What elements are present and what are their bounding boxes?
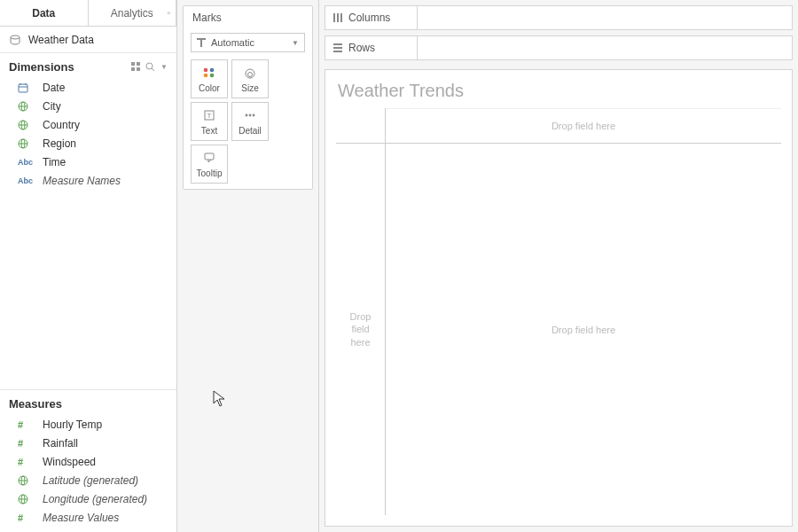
mark-type-dropdown[interactable]: Automatic ▼ xyxy=(191,33,305,52)
columns-shelf-drop[interactable] xyxy=(418,6,792,29)
rows-shelf-drop[interactable] xyxy=(418,36,792,59)
search-icon[interactable] xyxy=(145,62,155,72)
datasource-name: Weather Data xyxy=(28,34,94,46)
worksheet-area: Columns Rows Weather Trends Drop field h… xyxy=(319,0,798,532)
columns-icon xyxy=(332,12,343,23)
dimensions-list: DateCityCountryRegionAbcTimeAbcMeasure N… xyxy=(0,78,176,195)
marks-card: Marks Automatic ▼ ColorSizeTTextDetailTo… xyxy=(183,5,313,190)
measure-field-latitude-generated-[interactable]: Latitude (generated) xyxy=(0,471,176,489)
dimension-field-country[interactable]: Country xyxy=(0,115,176,134)
field-label: City xyxy=(43,100,61,113)
hash-icon: # xyxy=(18,419,34,430)
drop-columns-header[interactable]: Drop field here xyxy=(386,108,781,144)
svg-point-29 xyxy=(210,67,215,72)
tab-analytics-label: Analytics xyxy=(111,7,153,20)
svg-rect-7 xyxy=(19,84,27,92)
dimension-field-region[interactable]: Region xyxy=(0,134,176,153)
svg-text:T: T xyxy=(207,112,212,120)
sheet-title[interactable]: Weather Trends xyxy=(325,70,792,108)
dimension-field-date[interactable]: Date xyxy=(0,78,176,97)
svg-rect-45 xyxy=(333,51,342,52)
measure-field-longitude-generated-[interactable]: Longitude (generated) xyxy=(0,489,176,508)
svg-point-33 xyxy=(248,72,253,76)
datasource-icon xyxy=(9,34,21,46)
mark-size-button[interactable]: Size xyxy=(231,59,269,98)
field-label: Longitude (generated) xyxy=(43,493,147,505)
svg-rect-41 xyxy=(337,13,339,22)
measure-field-measure-values[interactable]: #Measure Values xyxy=(0,508,176,527)
rows-shelf[interactable]: Rows xyxy=(325,35,793,60)
chevron-down-icon: ▼ xyxy=(292,39,299,47)
field-label: Windspeed xyxy=(43,456,96,468)
measures-list: #Hourly Temp#Rainfall#WindspeedLatitude … xyxy=(0,415,176,532)
drop-hint-top: Drop field here xyxy=(552,121,615,131)
tooltip-icon xyxy=(203,151,215,165)
measure-field-hourly-temp[interactable]: #Hourly Temp xyxy=(0,415,176,434)
svg-rect-44 xyxy=(333,47,342,49)
mark-button-label: Detail xyxy=(239,126,262,136)
mark-detail-button[interactable]: Detail xyxy=(231,102,269,141)
chevron-down-icon[interactable]: ▼ xyxy=(160,63,168,71)
detail-icon xyxy=(244,108,256,122)
globe-icon xyxy=(18,494,34,505)
dimension-field-measure-names[interactable]: AbcMeasure Names xyxy=(0,171,176,190)
svg-rect-40 xyxy=(333,13,335,22)
drop-main-area[interactable]: Drop field here xyxy=(386,144,781,515)
tab-data-label: Data xyxy=(32,7,55,20)
side-tabs: Data Analytics ▫ xyxy=(0,0,176,27)
field-label: Time xyxy=(43,156,66,168)
mark-button-label: Text xyxy=(201,126,217,136)
svg-rect-43 xyxy=(333,43,342,45)
viz-canvas[interactable]: Weather Trends Drop field here Dropfield… xyxy=(325,69,793,527)
abc-icon: Abc xyxy=(18,158,34,167)
view-grid-icon[interactable] xyxy=(131,62,140,71)
datasource-row[interactable]: Weather Data xyxy=(0,27,176,53)
svg-point-5 xyxy=(146,63,153,69)
tab-analytics[interactable]: Analytics ▫ xyxy=(89,0,177,26)
dimensions-header: Dimensions ▼ xyxy=(0,53,176,78)
mark-button-label: Tooltip xyxy=(197,168,223,178)
field-label: Hourly Temp xyxy=(43,419,102,431)
mark-color-button[interactable]: Color xyxy=(191,59,228,98)
field-label: Region xyxy=(43,137,76,150)
svg-rect-3 xyxy=(131,67,135,71)
mark-tooltip-button[interactable]: Tooltip xyxy=(191,145,228,184)
grid-corner xyxy=(336,108,386,144)
mark-button-label: Size xyxy=(241,83,258,93)
svg-rect-27 xyxy=(200,38,202,47)
globe-icon xyxy=(18,475,34,486)
svg-point-36 xyxy=(246,113,248,116)
svg-rect-2 xyxy=(137,62,140,66)
hash-icon: # xyxy=(18,512,34,523)
columns-shelf[interactable]: Columns xyxy=(325,5,793,30)
mark-type-label: Automatic xyxy=(211,37,254,48)
columns-shelf-label: Columns xyxy=(348,12,390,24)
svg-point-37 xyxy=(249,113,252,116)
dimension-field-time[interactable]: AbcTime xyxy=(0,153,176,171)
svg-rect-1 xyxy=(131,62,135,66)
measure-field-rainfall[interactable]: #Rainfall xyxy=(0,434,176,452)
field-label: Date xyxy=(43,82,65,94)
abc-icon: Abc xyxy=(18,176,34,185)
color-icon xyxy=(202,66,216,80)
hash-icon: # xyxy=(18,438,34,449)
svg-point-38 xyxy=(253,113,255,116)
cards-column: Marks Automatic ▼ ColorSizeTTextDetailTo… xyxy=(177,0,319,532)
field-label: Measure Names xyxy=(43,175,121,187)
measures-header-label: Measures xyxy=(9,397,62,411)
globe-icon xyxy=(18,120,34,130)
dimension-field-city[interactable]: City xyxy=(0,97,176,115)
svg-rect-4 xyxy=(137,67,140,71)
drop-rows-header[interactable]: Dropfieldhere xyxy=(336,144,386,515)
tab-data[interactable]: Data xyxy=(0,0,89,26)
globe-icon xyxy=(18,138,34,149)
field-label: Country xyxy=(43,119,80,131)
globe-icon xyxy=(18,101,34,112)
svg-point-30 xyxy=(204,73,208,77)
field-label: Measure Values xyxy=(43,512,119,524)
tab-menu-icon: ▫ xyxy=(167,8,170,18)
text-mark-icon xyxy=(197,38,206,47)
measure-field-windspeed[interactable]: #Windspeed xyxy=(0,452,176,471)
mark-text-button[interactable]: TText xyxy=(191,102,228,141)
measures-header: Measures xyxy=(0,390,176,415)
